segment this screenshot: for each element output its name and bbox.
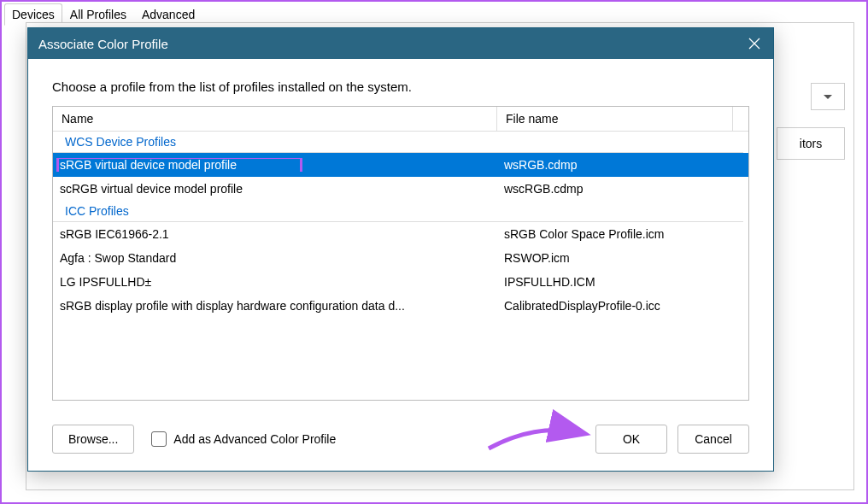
dialog-titlebar: Associate Color Profile <box>28 28 773 59</box>
profile-row[interactable]: LG IPSFULLHD± IPSFULLHD.ICM <box>53 270 748 294</box>
background-dropdown[interactable] <box>811 83 845 110</box>
profile-name: scRGB virtual device model profile <box>53 182 497 196</box>
profile-row[interactable]: sRGB virtual device model profile wsRGB.… <box>53 153 748 177</box>
profile-row[interactable]: Agfa : Swop Standard RSWOP.icm <box>53 246 748 270</box>
profile-name: sRGB virtual device model profile <box>53 158 497 172</box>
group-wcs-device-profiles: WCS Device Profiles <box>53 132 743 153</box>
profile-file: wsRGB.cdmp <box>497 158 748 172</box>
profile-file: wscRGB.cdmp <box>497 182 748 196</box>
dialog-title: Associate Color Profile <box>38 37 168 51</box>
profile-name: Agfa : Swop Standard <box>53 251 497 265</box>
browse-button[interactable]: Browse... <box>52 425 134 454</box>
profile-list: Name File name WCS Device Profiles sRGB … <box>52 106 749 401</box>
dialog-body: Choose a profile from the list of profil… <box>28 59 773 411</box>
profile-row[interactable]: scRGB virtual device model profile wscRG… <box>53 177 748 201</box>
checkbox-label: Add as Advanced Color Profile <box>173 432 336 446</box>
profile-row[interactable]: sRGB IEC61966-2.1 sRGB Color Space Profi… <box>53 222 748 246</box>
advanced-color-checkbox-wrap[interactable]: Add as Advanced Color Profile <box>151 431 336 447</box>
profile-row[interactable]: sRGB display profile with display hardwa… <box>53 294 748 318</box>
profile-file: IPSFULLHD.ICM <box>497 275 748 289</box>
list-header: Name File name <box>53 107 748 132</box>
list-body[interactable]: WCS Device Profiles sRGB virtual device … <box>53 132 748 400</box>
profile-name: sRGB display profile with display hardwa… <box>53 299 497 313</box>
profile-file: sRGB Color Space Profile.icm <box>497 227 748 241</box>
checkbox-icon <box>151 431 167 447</box>
annotation-highlight <box>56 158 302 172</box>
background-monitors-button[interactable]: itors <box>777 127 845 160</box>
profile-file: CalibratedDisplayProfile-0.icc <box>497 299 748 313</box>
column-header-name[interactable]: Name <box>53 107 497 131</box>
group-icc-profiles: ICC Profiles <box>53 201 743 222</box>
instruction-text: Choose a profile from the list of profil… <box>52 79 749 94</box>
cancel-button[interactable]: Cancel <box>677 425 749 454</box>
profile-file: RSWOP.icm <box>497 251 748 265</box>
associate-color-profile-dialog: Associate Color Profile Choose a profile… <box>27 27 774 472</box>
profile-name: sRGB IEC61966-2.1 <box>53 227 497 241</box>
column-header-file[interactable]: File name <box>497 107 733 131</box>
dialog-footer: Browse... Add as Advanced Color Profile … <box>28 411 773 471</box>
close-icon <box>748 38 760 50</box>
profile-name: LG IPSFULLHD± <box>53 275 497 289</box>
ok-button[interactable]: OK <box>595 425 667 454</box>
close-button[interactable] <box>736 28 773 59</box>
